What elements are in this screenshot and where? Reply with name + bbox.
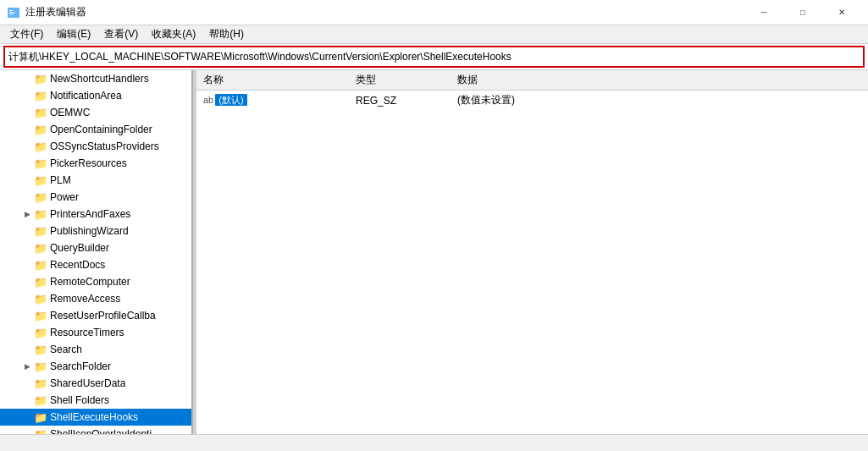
folder-icon: 📁	[34, 242, 47, 255]
detail-panel: 名称 类型 数据 ab(默认)REG_SZ(数值未设置)	[196, 70, 868, 434]
folder-icon: 📁	[34, 411, 47, 424]
tree-item-label: QueryBuilder	[50, 242, 109, 254]
tree-item-label: Shell Folders	[50, 394, 109, 406]
tree-item-label: OSSyncStatusProviders	[50, 140, 159, 152]
menu-bar: 文件(F) 编辑(E) 查看(V) 收藏夹(A) 帮助(H)	[0, 25, 868, 44]
close-button[interactable]: ✕	[822, 0, 861, 25]
tree-item-label: Search	[50, 344, 82, 355]
col-type[interactable]: 类型	[349, 70, 451, 91]
folder-icon: 📁	[34, 174, 47, 187]
window-title: 注册表编辑器	[25, 5, 86, 19]
folder-icon: 📁	[34, 428, 47, 435]
expand-icon: ▶	[20, 362, 34, 371]
folder-icon: 📁	[34, 73, 47, 85]
app-icon	[7, 6, 20, 19]
svg-rect-3	[9, 14, 14, 14]
main-content: 📁NewShortcutHandlers📁NotificationArea📁OE…	[0, 69, 868, 434]
tree-item[interactable]: 📁RemoveAccess	[0, 290, 191, 307]
menu-edit[interactable]: 编辑(E)	[50, 25, 97, 43]
registry-tree[interactable]: 📁NewShortcutHandlers📁NotificationArea📁OE…	[0, 70, 193, 434]
col-data[interactable]: 数据	[451, 70, 868, 91]
tree-item[interactable]: 📁SharedUserData	[0, 375, 191, 392]
tree-item[interactable]: 📁PickerResources	[0, 155, 191, 172]
folder-icon: 📁	[34, 310, 47, 322]
tree-item[interactable]: 📁ShellIconOverlayIdenti	[0, 426, 191, 434]
folder-icon: 📁	[34, 140, 47, 153]
folder-icon: 📁	[34, 276, 47, 289]
tree-item-label: OpenContainingFolder	[50, 124, 152, 135]
tree-item-label: RemoteComputer	[50, 276, 130, 288]
svg-rect-1	[9, 10, 13, 11]
tree-item-label: NewShortcutHandlers	[50, 73, 149, 85]
tree-item[interactable]: 📁Shell Folders	[0, 392, 191, 409]
status-bar	[0, 434, 868, 451]
tree-item-label: Power	[50, 191, 79, 203]
tree-item-label: SharedUserData	[50, 377, 125, 389]
folder-icon: 📁	[34, 208, 47, 221]
tree-item-label: ResetUserProfileCallba	[50, 310, 156, 322]
tree-item[interactable]: 📁NewShortcutHandlers	[0, 70, 191, 87]
tree-item-label: PLM	[50, 174, 71, 186]
tree-item-label: ShellIconOverlayIdenti	[50, 428, 152, 434]
menu-help[interactable]: 帮助(H)	[202, 25, 251, 43]
tree-item[interactable]: 📁PublishingWizard	[0, 223, 191, 239]
tree-item-label: RemoveAccess	[50, 293, 120, 305]
folder-icon: 📁	[34, 259, 47, 272]
tree-item[interactable]: 📁OSSyncStatusProviders	[0, 138, 191, 155]
tree-item[interactable]: 📁QueryBuilder	[0, 239, 191, 256]
cell-data: (数值未设置)	[451, 91, 868, 111]
tree-item-label: RecentDocs	[50, 259, 105, 271]
folder-icon: 📁	[34, 327, 47, 339]
tree-item[interactable]: 📁RecentDocs	[0, 256, 191, 273]
address-path: 计算机\HKEY_LOCAL_MACHINE\SOFTWARE\Microsof…	[8, 50, 860, 64]
tree-item[interactable]: 📁OEMWC	[0, 104, 191, 121]
folder-icon: 📁	[34, 90, 47, 102]
tree-item[interactable]: 📁RemoteComputer	[0, 273, 191, 290]
tree-item[interactable]: 📁ResourceTimers	[0, 324, 191, 341]
folder-icon: 📁	[34, 293, 47, 305]
folder-icon: 📁	[34, 107, 47, 119]
window-controls: ─ □ ✕	[744, 0, 861, 25]
col-name[interactable]: 名称	[196, 70, 349, 91]
default-badge: (默认)	[215, 94, 246, 106]
tree-item-label: PickerResources	[50, 157, 127, 169]
address-bar[interactable]: 计算机\HKEY_LOCAL_MACHINE\SOFTWARE\Microsof…	[3, 46, 865, 68]
tree-item-label: SearchFolder	[50, 360, 111, 372]
tree-item-label: PublishingWizard	[50, 225, 129, 237]
folder-icon: 📁	[34, 394, 47, 407]
tree-item-label: PrintersAndFaxes	[50, 208, 130, 220]
tree-item-label: OEMWC	[50, 107, 90, 118]
tree-item[interactable]: ▶📁SearchFolder	[0, 358, 191, 375]
menu-file[interactable]: 文件(F)	[3, 25, 50, 43]
maximize-button[interactable]: □	[783, 0, 822, 25]
folder-icon: 📁	[34, 360, 47, 373]
expand-icon: ▶	[20, 210, 34, 218]
tree-item[interactable]: 📁ShellExecuteHooks	[0, 409, 191, 426]
folder-icon: 📁	[34, 124, 47, 136]
folder-icon: 📁	[34, 191, 47, 204]
folder-icon: 📁	[34, 344, 47, 356]
minimize-button[interactable]: ─	[744, 0, 783, 25]
tree-item-label: ShellExecuteHooks	[50, 411, 138, 423]
cell-type: REG_SZ	[349, 91, 451, 111]
tree-item[interactable]: 📁Search	[0, 341, 191, 358]
svg-rect-2	[9, 12, 14, 13]
title-bar: 注册表编辑器 ─ □ ✕	[0, 0, 868, 25]
tree-item[interactable]: ▶📁PrintersAndFaxes	[0, 206, 191, 223]
tree-item[interactable]: 📁Power	[0, 189, 191, 206]
table-row[interactable]: ab(默认)REG_SZ(数值未设置)	[196, 91, 868, 111]
folder-icon: 📁	[34, 377, 47, 390]
value-type-icon: ab	[203, 95, 213, 105]
tree-item[interactable]: 📁ResetUserProfileCallba	[0, 307, 191, 324]
folder-icon: 📁	[34, 225, 47, 238]
tree-item[interactable]: 📁OpenContainingFolder	[0, 121, 191, 138]
tree-item[interactable]: 📁PLM	[0, 172, 191, 189]
values-table: 名称 类型 数据 ab(默认)REG_SZ(数值未设置)	[196, 70, 868, 110]
folder-icon: 📁	[34, 157, 47, 170]
tree-item-label: ResourceTimers	[50, 327, 124, 338]
menu-view[interactable]: 查看(V)	[97, 25, 145, 43]
menu-favorites[interactable]: 收藏夹(A)	[145, 25, 202, 43]
tree-item[interactable]: 📁NotificationArea	[0, 87, 191, 104]
tree-item-label: NotificationArea	[50, 90, 122, 102]
cell-name: ab(默认)	[196, 91, 349, 111]
